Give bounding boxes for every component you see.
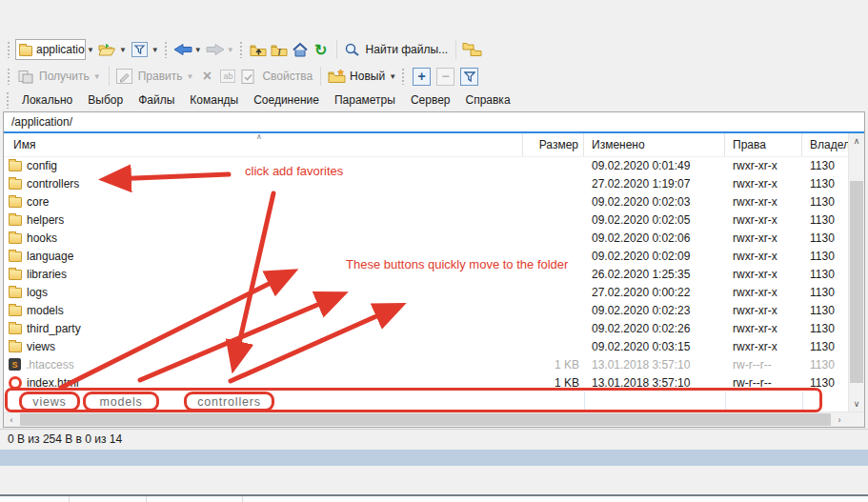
filter-button[interactable]: [131, 39, 150, 60]
new-dropdown-icon[interactable]: ▼: [389, 72, 396, 81]
folder-icon: [9, 179, 22, 190]
htaccess-file-icon: S: [9, 358, 21, 371]
column-header-modified[interactable]: Изменено: [584, 133, 725, 156]
address-dropdown-icon[interactable]: ▼: [87, 46, 94, 54]
file-rights: rwxr-xr-x: [725, 340, 802, 353]
file-row-views[interactable]: views09.02.2020 0:03:15rwxr-xr-x1130: [4, 337, 848, 355]
toolbar-grip[interactable]: [239, 41, 244, 58]
refresh-icon: ↻: [314, 41, 327, 59]
file-row-language[interactable]: language09.02.2020 0:02:09rwxr-xr-x1130: [4, 247, 848, 265]
file-name: controllers: [27, 177, 79, 191]
winscp-window: { "toolbar_primary": { "address_value": …: [0, 0, 868, 502]
quick-button-models[interactable]: models: [99, 395, 142, 409]
file-name: index.html: [27, 376, 79, 390]
open-directory-dropdown-icon[interactable]: ▼: [119, 46, 127, 54]
vertical-scrollbar[interactable]: ∧ ∨: [848, 133, 864, 412]
bottom-edge-strip: [0, 496, 868, 502]
scroll-right-icon[interactable]: ›: [832, 412, 847, 427]
column-header-size[interactable]: Размер: [523, 133, 584, 156]
open-folder-icon: [98, 43, 116, 57]
toolbar-grip[interactable]: [7, 68, 11, 85]
column-header-rights[interactable]: Права: [725, 133, 802, 156]
refresh-button[interactable]: ↻: [312, 39, 331, 60]
forward-arrow-icon: [206, 43, 225, 56]
menu-item-Локально[interactable]: Локально: [14, 90, 80, 110]
vertical-scrollbar-thumb[interactable]: [850, 181, 863, 383]
file-row-third_party[interactable]: third_party09.02.2020 0:02:26rwxr-xr-x11…: [4, 319, 848, 337]
filter-toggle-button[interactable]: [460, 68, 478, 86]
file-name: config: [27, 159, 57, 172]
file-row-libraries[interactable]: libraries26.02.2020 1:25:35rwxr-xr-x1130: [4, 265, 848, 283]
forward-button: [206, 39, 225, 60]
rename-icon: ab: [220, 70, 235, 83]
synchronize-browsing-button[interactable]: [462, 39, 482, 60]
path-bar[interactable]: /application/: [4, 112, 864, 133]
file-owner: 1130: [802, 286, 848, 299]
toolbar-grip[interactable]: [164, 41, 169, 58]
toolbar-primary: applicatio ▼ ▼ ▼ ▼ ▼ / ↻ Найти файлы...: [0, 35, 868, 64]
new-label[interactable]: Новый: [350, 70, 385, 83]
scroll-down-icon[interactable]: ∨: [849, 396, 864, 412]
delete-x-icon: ×: [203, 68, 212, 85]
new-button[interactable]: [327, 66, 346, 87]
root-directory-button[interactable]: /: [270, 39, 289, 60]
file-owner: 1130: [802, 159, 848, 172]
menu-item-Выбор[interactable]: Выбор: [80, 90, 131, 110]
quick-button-controllers[interactable]: controllers: [197, 395, 260, 409]
menu-item-Справка[interactable]: Справка: [457, 90, 517, 110]
quick-button-views[interactable]: views: [32, 395, 66, 409]
home-directory-button[interactable]: [291, 39, 310, 60]
folder-icon: [19, 46, 32, 56]
filter-dropdown-icon[interactable]: ▼: [151, 46, 159, 54]
bottom-blue-band: [0, 450, 868, 466]
menu-item-Параметры[interactable]: Параметры: [327, 90, 403, 110]
horizontal-scrollbar[interactable]: ‹ ›: [4, 412, 864, 427]
file-owner: 1130: [802, 358, 848, 371]
toolbar-grip[interactable]: [401, 68, 406, 85]
file-row-.htaccess[interactable]: S.htaccess1 KB13.01.2018 3:57:10rw-r--r-…: [4, 355, 848, 373]
open-directory-button[interactable]: [98, 39, 117, 60]
column-header-name[interactable]: Имя ∧: [4, 133, 523, 156]
menu-item-Соединение[interactable]: Соединение: [246, 90, 327, 110]
file-row-controllers[interactable]: controllers27.02.2020 1:19:07rwxr-xr-x11…: [4, 174, 848, 192]
file-rights: rwxr-xr-x: [725, 213, 802, 227]
scroll-up-icon[interactable]: ∧: [849, 133, 864, 149]
column-divider: [802, 392, 803, 413]
file-modified: 09.02.2020 0:02:23: [584, 304, 725, 317]
folder-icon: [9, 324, 22, 334]
file-owner: 1130: [802, 177, 848, 191]
back-button[interactable]: [173, 39, 192, 60]
toolbar-grip[interactable]: [6, 91, 10, 109]
folder-up-icon: [250, 43, 267, 57]
file-row-logs[interactable]: logs27.02.2020 0:00:22rwxr-xr-x1130: [4, 283, 848, 301]
file-row-config[interactable]: config09.02.2020 0:01:49rwxr-xr-x1130: [4, 156, 848, 174]
horizontal-scrollbar-thumb[interactable]: [20, 413, 831, 426]
find-files-button[interactable]: [343, 39, 362, 60]
menu-item-Команды[interactable]: Команды: [182, 90, 246, 110]
toolbar-grip[interactable]: [7, 41, 11, 58]
column-header-owner[interactable]: Владел..: [802, 133, 848, 156]
add-bookmark-button[interactable]: +: [413, 68, 431, 86]
filter-small-icon: [464, 71, 475, 82]
file-row-core[interactable]: core09.02.2020 0:02:03rwxr-xr-x1130: [4, 192, 848, 211]
folder-icon: [9, 161, 22, 171]
file-rights: rwxr-xr-x: [725, 159, 802, 172]
menu-item-Файлы[interactable]: Файлы: [131, 90, 182, 110]
edit-dropdown-icon: ▼: [186, 72, 193, 81]
back-dropdown-icon[interactable]: ▼: [194, 46, 202, 54]
file-owner: 1130: [802, 322, 848, 335]
parent-directory-button[interactable]: [249, 39, 268, 60]
file-modified: 13.01.2018 3:57:10: [584, 376, 725, 390]
file-row-hooks[interactable]: hooks09.02.2020 0:02:06rwxr-xr-x1130: [4, 229, 848, 247]
toolbar-separator: [336, 40, 337, 59]
menu-item-Сервер[interactable]: Сервер: [403, 90, 458, 110]
sync-folders-icon: [462, 41, 482, 58]
address-combo[interactable]: applicatio: [15, 39, 86, 60]
file-row-helpers[interactable]: helpers09.02.2020 0:02:05rwxr-xr-x1130: [4, 211, 848, 229]
file-row-index.html[interactable]: index.html1 KB13.01.2018 3:57:10rw-r--r-…: [4, 373, 848, 392]
scroll-left-icon[interactable]: ‹: [4, 412, 19, 427]
file-owner: 1130: [802, 340, 848, 353]
find-files-label[interactable]: Найти файлы...: [366, 43, 448, 56]
annotation-box-models: models: [83, 392, 159, 412]
file-row-models[interactable]: models09.02.2020 0:02:23rwxr-xr-x1130: [4, 301, 848, 319]
